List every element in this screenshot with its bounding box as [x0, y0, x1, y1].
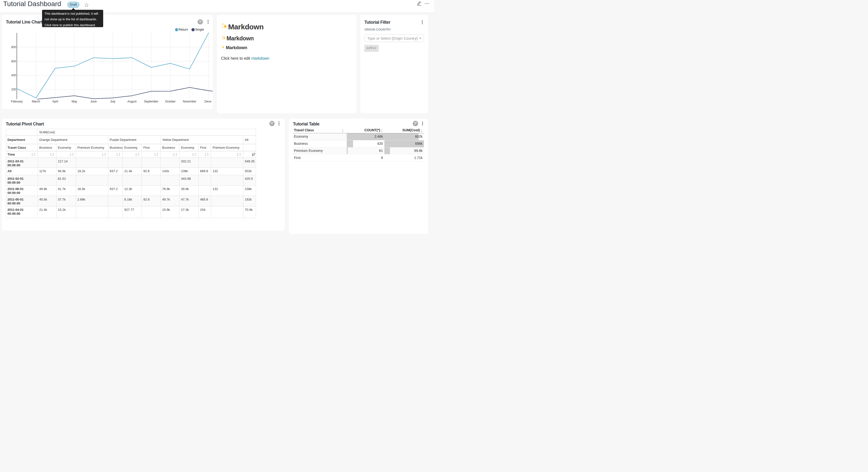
- svg-text:May: May: [72, 100, 77, 103]
- svg-text:April: April: [52, 100, 58, 103]
- svg-text:200: 200: [11, 88, 16, 91]
- svg-text:July: July: [110, 100, 115, 103]
- svg-text:November: November: [183, 100, 196, 103]
- svg-text:February: February: [11, 100, 23, 103]
- svg-text:Dece: Dece: [205, 100, 211, 103]
- svg-text:March: March: [32, 100, 40, 103]
- svg-text:600: 600: [11, 60, 16, 63]
- svg-text:September: September: [144, 100, 158, 103]
- svg-text:August: August: [127, 100, 137, 103]
- svg-text:400: 400: [11, 73, 16, 77]
- svg-text:June: June: [90, 100, 97, 103]
- svg-text:October: October: [165, 100, 176, 103]
- svg-text:800: 800: [11, 46, 16, 49]
